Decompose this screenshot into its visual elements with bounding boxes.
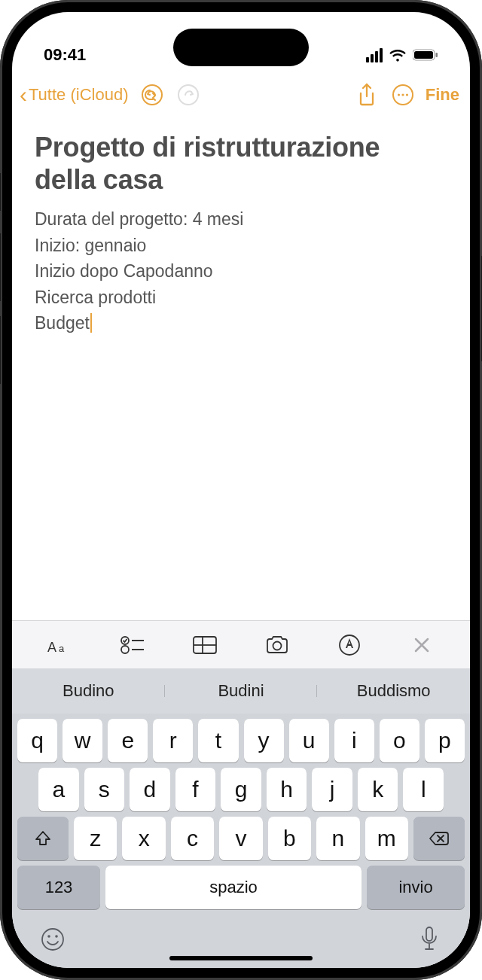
shift-key[interactable]	[17, 817, 69, 860]
suggestion-1[interactable]: Budino	[12, 681, 165, 701]
markup-button[interactable]	[329, 628, 370, 662]
battery-icon	[413, 49, 438, 61]
key-c[interactable]: c	[171, 817, 214, 860]
svg-text:a: a	[59, 643, 65, 654]
key-m[interactable]: m	[365, 817, 408, 860]
phone-frame: 09:41 ‹ Tutte (iCloud)	[0, 0, 482, 980]
key-f[interactable]: f	[175, 768, 216, 811]
suggestion-2[interactable]: Budini	[165, 681, 318, 701]
key-h[interactable]: h	[267, 768, 307, 811]
back-label: Tutte (iCloud)	[29, 85, 128, 105]
key-row-3: z x c v b n m	[12, 811, 470, 860]
key-k[interactable]: k	[358, 768, 398, 811]
svg-rect-1	[414, 51, 433, 59]
key-v[interactable]: v	[219, 817, 262, 860]
note-line[interactable]: Inizio: gennaio	[35, 233, 447, 259]
dictation-button[interactable]	[414, 924, 444, 954]
camera-button[interactable]	[257, 628, 297, 662]
silent-switch	[0, 173, 1, 211]
wifi-icon	[389, 48, 407, 62]
note-line[interactable]: Durata del progetto: 4 mesi	[35, 206, 447, 233]
note-line[interactable]: Inizio dopo Capodanno	[35, 258, 447, 285]
key-u[interactable]: u	[289, 719, 329, 762]
svg-point-13	[121, 646, 129, 653]
checklist-button[interactable]	[112, 628, 153, 662]
volume-up-button	[0, 233, 1, 301]
emoji-button[interactable]	[38, 924, 68, 954]
text-format-button[interactable]: Aa	[40, 628, 81, 662]
text-cursor	[90, 313, 92, 333]
svg-point-20	[42, 929, 63, 950]
more-button[interactable]	[386, 78, 419, 111]
key-j[interactable]: j	[312, 768, 352, 811]
svg-rect-2	[436, 53, 438, 57]
space-key[interactable]: spazio	[105, 866, 362, 909]
key-d[interactable]: d	[130, 768, 170, 811]
key-l[interactable]: l	[403, 768, 444, 811]
key-y[interactable]: y	[244, 719, 284, 762]
key-b[interactable]: b	[268, 817, 311, 860]
note-editor[interactable]: Progetto di ristrutturazione della casa …	[12, 117, 470, 620]
dynamic-island	[173, 29, 309, 66]
volume-down-button	[0, 316, 1, 384]
key-row-2: a s d f g h j k l	[12, 762, 470, 811]
done-button[interactable]: Fine	[423, 85, 459, 105]
table-button[interactable]	[185, 628, 225, 662]
navigation-bar: ‹ Tutte (iCloud) Fine	[12, 72, 470, 117]
back-button[interactable]: ‹ Tutte (iCloud)	[20, 82, 128, 108]
backspace-key[interactable]	[413, 817, 465, 860]
note-title[interactable]: Progetto di ristrutturazione della casa	[35, 131, 447, 196]
redo-button	[172, 78, 205, 111]
svg-rect-23	[426, 927, 432, 941]
key-row-4: 123 spazio invio	[12, 860, 470, 909]
status-indicators	[366, 48, 438, 62]
key-x[interactable]: x	[122, 817, 165, 860]
svg-text:A: A	[47, 640, 56, 655]
note-line[interactable]: Ricerca prodotti	[35, 285, 447, 311]
key-g[interactable]: g	[221, 768, 261, 811]
key-q[interactable]: q	[17, 719, 57, 762]
notes-format-toolbar: Aa	[12, 620, 470, 668]
screen: 09:41 ‹ Tutte (iCloud)	[12, 12, 470, 968]
key-w[interactable]: w	[63, 719, 102, 762]
svg-point-6	[398, 93, 400, 96]
key-z[interactable]: z	[74, 817, 117, 860]
key-e[interactable]: e	[108, 719, 148, 762]
status-time: 09:41	[44, 45, 86, 65]
key-n[interactable]: n	[316, 817, 359, 860]
svg-point-21	[47, 935, 50, 938]
key-t[interactable]: t	[198, 719, 238, 762]
numeric-key[interactable]: 123	[17, 866, 100, 909]
home-indicator[interactable]	[169, 956, 313, 960]
return-key[interactable]: invio	[367, 866, 465, 909]
note-line-active[interactable]: Budget	[35, 310, 447, 336]
share-button[interactable]	[350, 78, 383, 111]
suggestion-3[interactable]: Buddismo	[317, 681, 470, 701]
keyboard: Budino Budini Buddismo q w e r t y u i o…	[12, 668, 470, 968]
svg-point-7	[401, 93, 404, 96]
chevron-left-icon: ‹	[20, 82, 27, 108]
key-s[interactable]: s	[84, 768, 125, 811]
keyboard-suggestions: Budino Budini Buddismo	[12, 668, 470, 714]
key-p[interactable]: p	[425, 719, 465, 762]
svg-point-4	[178, 85, 198, 105]
key-o[interactable]: o	[380, 719, 419, 762]
svg-point-8	[406, 93, 408, 96]
close-toolbar-button[interactable]	[401, 628, 442, 662]
svg-point-18	[273, 641, 282, 650]
keyboard-bottom-row	[12, 909, 470, 954]
key-a[interactable]: a	[38, 768, 79, 811]
key-i[interactable]: i	[334, 719, 374, 762]
key-r[interactable]: r	[153, 719, 193, 762]
cellular-signal-icon	[366, 48, 383, 62]
svg-point-22	[55, 935, 58, 938]
key-row-1: q w e r t y u i o p	[12, 714, 470, 762]
undo-button[interactable]	[136, 78, 169, 111]
